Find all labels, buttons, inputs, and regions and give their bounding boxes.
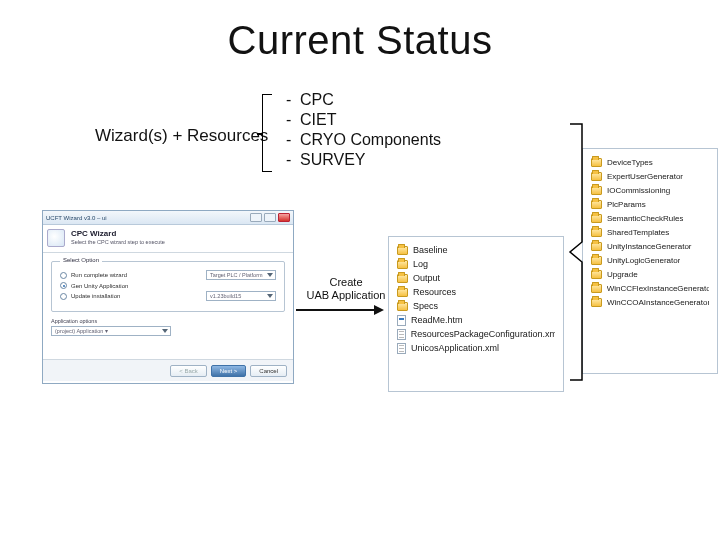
folder-icon — [397, 302, 408, 311]
file-row[interactable]: ReadMe.htm — [397, 313, 555, 327]
dialog-footer: < Back Next > Cancel — [43, 359, 293, 381]
wizard-list-item: -CRYO Components — [286, 130, 441, 150]
folder-icon — [591, 172, 602, 181]
file-name: ReadMe.htm — [411, 315, 463, 325]
file-name: Baseline — [413, 245, 448, 255]
folder-icon — [591, 186, 602, 195]
dialog-header: CPC Wizard Select the CPC wizard step to… — [43, 225, 293, 253]
wizard-list: -CPC-CIET-CRYO Components-SURVEY — [286, 90, 441, 170]
folder-pane-application: BaselineLogOutputResourcesSpecsReadMe.ht… — [388, 236, 564, 392]
dialog-window-title: UCFT Wizard v3.0 – ui — [46, 215, 107, 221]
select-option-fieldset: Select Option Run complete wizard Target… — [51, 261, 285, 312]
cancel-button[interactable]: Cancel — [250, 365, 287, 377]
radio-gen-unity[interactable] — [60, 282, 67, 289]
folder-icon — [397, 274, 408, 283]
file-row[interactable]: PlcParams — [591, 197, 709, 211]
html-icon — [397, 315, 406, 326]
file-row[interactable]: DeviceTypes — [591, 155, 709, 169]
radio-update-install-label: Update installation — [71, 293, 120, 299]
file-row[interactable]: Specs — [397, 299, 555, 313]
radio-gen-unity-label: Gen Unity Application — [71, 283, 128, 289]
file-name: ExpertUserGenerator — [607, 172, 683, 181]
folder-icon — [397, 260, 408, 269]
file-row[interactable]: WinCCFlexInstanceGenerator — [591, 281, 709, 295]
file-row[interactable]: SharedTemplates — [591, 225, 709, 239]
folder-icon — [591, 242, 602, 251]
bracket-left — [262, 94, 272, 172]
dialog-heading: CPC Wizard — [71, 229, 287, 238]
folder-icon — [591, 200, 602, 209]
file-name: WinCCFlexInstanceGenerator — [607, 284, 709, 293]
target-combo[interactable]: Target PLC / Platform — [206, 270, 276, 280]
create-uab-label: Create UAB Application — [306, 276, 386, 302]
file-name: Resources — [413, 287, 456, 297]
file-name: SharedTemplates — [607, 228, 669, 237]
wizard-resources-label: Wizard(s) + Resources — [95, 126, 268, 146]
folder-icon — [591, 284, 602, 293]
fieldset-legend: Select Option — [60, 257, 102, 263]
wizard-list-item: -CIET — [286, 110, 441, 130]
dialog-subheading: Select the CPC wizard step to execute — [71, 239, 287, 245]
folder-icon — [397, 288, 408, 297]
wizard-icon — [47, 229, 65, 247]
cpc-wizard-dialog: UCFT Wizard v3.0 – ui CPC Wizard Select … — [42, 210, 294, 384]
folder-icon — [591, 256, 602, 265]
file-name: Upgrade — [607, 270, 638, 279]
dialog-lower: Application options (project) Applicatio… — [51, 318, 285, 336]
folder-icon — [591, 228, 602, 237]
folder-icon — [591, 214, 602, 223]
folder-icon — [591, 298, 602, 307]
folder-icon — [591, 158, 602, 167]
arrow-create — [296, 306, 384, 314]
xml-icon — [397, 343, 406, 354]
file-row[interactable]: Resources — [397, 285, 555, 299]
file-name: SemanticCheckRules — [607, 214, 683, 223]
file-row[interactable]: ExpertUserGenerator — [591, 169, 709, 183]
file-name: Log — [413, 259, 428, 269]
dialog-titlebar: UCFT Wizard v3.0 – ui — [43, 211, 293, 225]
file-name: Specs — [413, 301, 438, 311]
back-button[interactable]: < Back — [170, 365, 207, 377]
app-options-label: Application options — [51, 318, 285, 324]
maximize-button[interactable] — [264, 213, 276, 222]
file-name: UnicosApplication.xml — [411, 343, 499, 353]
file-row[interactable]: Output — [397, 271, 555, 285]
file-name: UnityInstanceGenerator — [607, 242, 692, 251]
minimize-button[interactable] — [250, 213, 262, 222]
file-row[interactable]: UnityLogicGenerator — [591, 253, 709, 267]
file-row[interactable]: Upgrade — [591, 267, 709, 281]
file-name: DeviceTypes — [607, 158, 653, 167]
next-button[interactable]: Next > — [211, 365, 247, 377]
wizard-list-item: -SURVEY — [286, 150, 441, 170]
slide-title: Current Status — [0, 18, 720, 63]
file-row[interactable]: Baseline — [397, 243, 555, 257]
file-name: Output — [413, 273, 440, 283]
radio-run-complete-label: Run complete wizard — [71, 272, 127, 278]
file-row[interactable]: UnicosApplication.xml — [397, 341, 555, 355]
radio-update-install[interactable] — [60, 293, 67, 300]
file-name: IOCommissioning — [607, 186, 670, 195]
file-row[interactable]: SemanticCheckRules — [591, 211, 709, 225]
file-name: PlcParams — [607, 200, 646, 209]
file-row[interactable]: Log — [397, 257, 555, 271]
radio-run-complete[interactable] — [60, 272, 67, 279]
file-name: WinCCOAInstanceGenerator — [607, 298, 709, 307]
app-options-combo[interactable]: (project) Application ▾ — [51, 326, 171, 336]
folder-pane-resources: DeviceTypesExpertUserGeneratorIOCommissi… — [582, 148, 718, 374]
window-controls — [250, 213, 290, 222]
folder-icon — [397, 246, 408, 255]
version-combo[interactable]: v1.23build15 — [206, 291, 276, 301]
close-button[interactable] — [278, 213, 290, 222]
file-name: ResourcesPackageConfiguration.xml — [411, 329, 555, 339]
xml-icon — [397, 329, 406, 340]
wizard-list-item: -CPC — [286, 90, 441, 110]
file-row[interactable]: IOCommissioning — [591, 183, 709, 197]
file-name: UnityLogicGenerator — [607, 256, 680, 265]
file-row[interactable]: ResourcesPackageConfiguration.xml — [397, 327, 555, 341]
file-row[interactable]: WinCCOAInstanceGenerator — [591, 295, 709, 309]
dialog-body: Select Option Run complete wizard Target… — [43, 253, 293, 359]
folder-icon — [591, 270, 602, 279]
file-row[interactable]: UnityInstanceGenerator — [591, 239, 709, 253]
